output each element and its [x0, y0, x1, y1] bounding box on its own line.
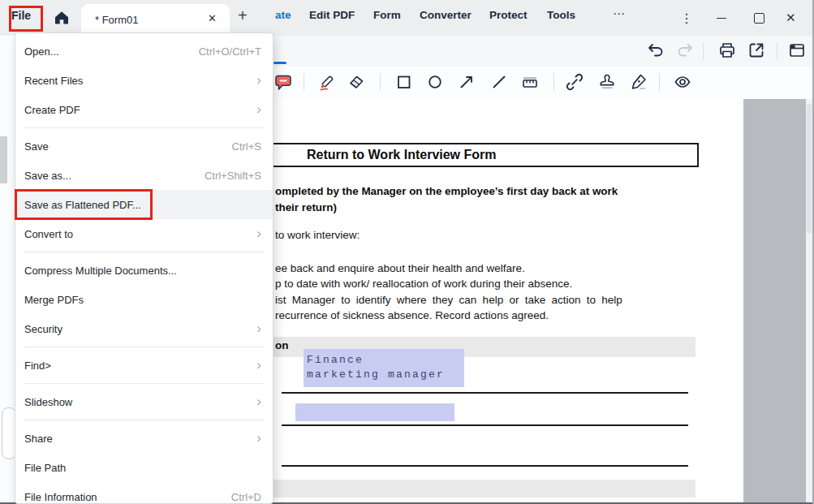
print-icon[interactable] — [717, 41, 737, 60]
field-value-line: Finance — [307, 353, 445, 368]
pdf-editor-window: File * Form01 ✕ + ⋮ ✕ ate Edit PDF Form … — [0, 0, 814, 504]
menu-item-security[interactable]: Security › — [15, 314, 273, 343]
link-icon[interactable] — [565, 72, 584, 92]
body-line: to work interview: — [275, 229, 360, 241]
menu-item-compress-multiple-documents[interactable]: Compress Multiple Documents... — [15, 256, 273, 285]
comment-note-icon[interactable] — [273, 72, 293, 92]
menu-item-label: File Path — [24, 462, 66, 474]
body-line: p to date with work/ reallocation of wor… — [275, 276, 622, 291]
tab-close-icon[interactable]: ✕ — [208, 12, 217, 24]
pencil-annotate-icon[interactable] — [317, 72, 337, 92]
menu-item-save[interactable]: Save Ctrl+S — [15, 131, 273, 161]
active-tab-underline — [273, 62, 286, 64]
left-scrollbar-fragment[interactable] — [0, 136, 7, 183]
body-paragraph: ee back and enquire about their health a… — [275, 261, 622, 323]
menu-item-shortcut: Ctrl+Shift+S — [205, 170, 261, 182]
menu-item-label: File Information — [24, 491, 97, 503]
toolbar-separator — [553, 73, 554, 91]
ribbon-separator — [703, 42, 704, 60]
undo-icon[interactable] — [646, 41, 665, 60]
menu-item-file-path[interactable]: File Path — [15, 453, 273, 482]
menu-item-create-pdf[interactable]: Create PDF › — [15, 95, 273, 124]
arrow-shape-icon[interactable] — [457, 72, 476, 92]
intro-line-1: ompleted by the Manager on the employee’… — [275, 183, 618, 200]
chevron-right-icon: › — [256, 431, 261, 445]
menu-item-label: Compress Multiple Documents... — [24, 265, 177, 277]
toolbar-separator — [659, 73, 660, 91]
menu-item-shortcut: Ctrl+D — [231, 491, 261, 503]
annotation-highlight-save-as-flattened — [15, 189, 153, 220]
menu-item-save-as[interactable]: Save as... Ctrl+Shift+S — [15, 161, 273, 190]
form-rule-line — [282, 424, 688, 426]
new-tab-icon[interactable]: + — [238, 6, 248, 25]
page-layout-icon[interactable] — [787, 41, 807, 60]
tab-tools[interactable]: Tools — [547, 9, 575, 21]
tab-protect[interactable]: Protect — [489, 9, 528, 21]
menu-item-label: Create PDF — [24, 104, 80, 116]
menu-item-file-information[interactable]: File Information Ctrl+D — [15, 482, 273, 504]
chevron-right-icon: › — [256, 394, 261, 408]
menu-separator — [24, 347, 265, 347]
stamp-icon[interactable] — [597, 72, 617, 92]
menu-item-find[interactable]: Find> › — [15, 351, 273, 380]
tab-form[interactable]: Form — [373, 9, 401, 21]
field-value-line: marketing manager — [307, 368, 445, 382]
circle-shape-icon[interactable] — [425, 72, 445, 92]
ribbon-overflow-icon[interactable]: ⋯ — [613, 6, 626, 21]
redo-icon[interactable] — [675, 41, 695, 60]
home-icon[interactable] — [52, 8, 71, 28]
section-header-band — [243, 480, 696, 498]
eraser-icon[interactable] — [347, 72, 366, 92]
tab-annotate[interactable]: ate — [275, 9, 291, 21]
menu-item-merge-pdfs[interactable]: Merge PDFs — [15, 285, 273, 314]
section-label: on — [275, 339, 289, 351]
rectangle-shape-icon[interactable] — [394, 72, 414, 92]
form-rule-line — [282, 465, 688, 467]
menu-item-label: Share — [24, 433, 53, 445]
line-shape-icon[interactable] — [489, 72, 509, 92]
annotation-highlight-file-button — [9, 6, 43, 32]
menu-item-label: Open... — [24, 45, 59, 58]
maximize-icon[interactable] — [750, 0, 768, 36]
menu-item-label: Security — [24, 323, 62, 335]
view-eye-icon[interactable] — [673, 72, 692, 92]
window-menu-icon[interactable]: ⋮ — [680, 0, 696, 36]
share-export-icon[interactable] — [747, 41, 766, 60]
toolbar-separator — [304, 73, 304, 91]
menu-item-shortcut: Ctrl+S — [232, 140, 261, 153]
measure-ruler-icon[interactable] — [520, 72, 540, 92]
menu-item-open[interactable]: Open... Ctrl+O/Ctrl+T — [15, 37, 273, 66]
chevron-right-icon: › — [256, 73, 261, 87]
document-tab-title: * Form01 — [95, 14, 138, 26]
document-tab[interactable]: * Form01 ✕ — [81, 4, 230, 36]
menu-item-label: Save as... — [24, 170, 71, 182]
body-line: ist Manager to identify where they can h… — [275, 292, 622, 308]
menu-item-label: Merge PDFs — [24, 294, 84, 306]
close-window-icon[interactable]: ✕ — [786, 0, 805, 36]
chevron-right-icon: › — [256, 226, 261, 240]
menu-separator — [24, 252, 265, 252]
menu-item-convert-to[interactable]: Convert to › — [15, 219, 273, 248]
toolbar-separator — [380, 73, 381, 91]
menu-item-share[interactable]: Share › — [15, 424, 273, 453]
file-menu-panel: Open... Ctrl+O/Ctrl+T Recent Files › Cre… — [15, 32, 273, 504]
menu-item-label: Slideshow — [24, 396, 72, 408]
menu-item-recent-files[interactable]: Recent Files › — [15, 66, 273, 95]
menu-item-shortcut: Ctrl+O/Ctrl+T — [199, 45, 261, 58]
tab-edit-pdf[interactable]: Edit PDF — [309, 9, 355, 21]
menu-separator — [24, 127, 265, 128]
menu-item-slideshow[interactable]: Slideshow › — [15, 387, 273, 416]
chevron-right-icon: › — [256, 321, 261, 335]
form-field-value: Finance marketing manager — [307, 353, 445, 381]
minimize-icon[interactable] — [713, 0, 730, 36]
form-field-empty[interactable] — [295, 403, 454, 421]
signature-pen-icon[interactable] — [629, 72, 648, 92]
intro-line-2: their return) — [275, 200, 618, 216]
chevron-right-icon: › — [256, 358, 261, 372]
menu-item-label: Convert to — [24, 228, 73, 240]
menu-separator — [24, 383, 265, 384]
menu-item-label: Find> — [24, 360, 51, 372]
body-line: ee back and enquire about their health a… — [275, 261, 622, 276]
scrollbar-thumb[interactable] — [807, 104, 812, 234]
tab-converter[interactable]: Converter — [420, 9, 472, 21]
